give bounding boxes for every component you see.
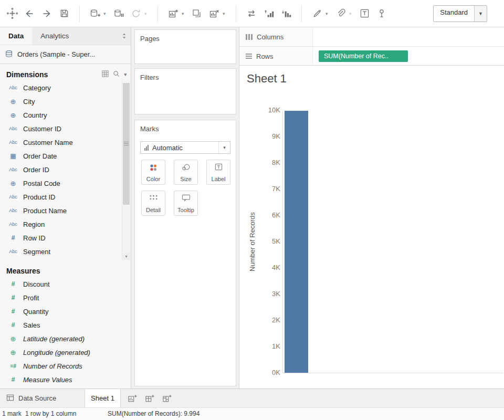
field-label: Quantity: [23, 308, 48, 316]
text-field-icon: [6, 208, 20, 213]
label-button[interactable]: Label: [206, 160, 230, 185]
marks-card[interactable]: Marks Automatic ▾ Color Size Label Detai…: [134, 120, 236, 386]
field-row-region[interactable]: Region: [0, 217, 131, 231]
chevron-down-icon: ▾: [218, 142, 230, 153]
field-row-postal-code[interactable]: Postal Code: [0, 176, 131, 190]
text-field-icon: [6, 222, 20, 227]
view-data-grid-icon[interactable]: [102, 70, 109, 79]
scrollbar-grip-icon: [124, 142, 129, 146]
rows-pill-sum-number-of-records[interactable]: SUM(Number of Rec..: [319, 50, 408, 62]
field-row-order-id[interactable]: Order ID: [0, 163, 131, 176]
fit-dropdown-value: Standard: [434, 6, 474, 22]
field-row-customer-id[interactable]: Customer ID: [0, 122, 131, 135]
tooltip-button[interactable]: Tooltip: [174, 191, 198, 216]
duplicate-sheet-button[interactable]: [190, 5, 204, 22]
chevron-down-icon[interactable]: ▾: [144, 11, 149, 16]
size-button[interactable]: Size: [174, 160, 198, 185]
sheet-canvas[interactable]: Sheet 1 Number of Records 10K 9K 8K 7K 6…: [239, 65, 504, 389]
scrollbar-down-arrow[interactable]: ▾: [122, 253, 130, 260]
pane-control-icon[interactable]: [121, 27, 127, 45]
field-row-product-id[interactable]: Product ID: [0, 190, 131, 204]
detail-icon: [142, 194, 165, 201]
tab-analytics[interactable]: Analytics: [32, 27, 77, 45]
sheet-title[interactable]: Sheet 1: [247, 72, 287, 86]
globe-icon: [6, 98, 20, 106]
paperclip-attach-button[interactable]: [334, 5, 348, 22]
run-auto-updates-button[interactable]: [129, 5, 143, 22]
field-row-country[interactable]: Country: [0, 108, 131, 122]
clear-sheet-button[interactable]: [207, 5, 221, 22]
field-row-order-date[interactable]: Order Date: [0, 149, 131, 163]
globe-icon: [6, 180, 20, 187]
fit-dropdown[interactable]: Standard ▼: [433, 5, 487, 22]
chevron-down-icon[interactable]: ▾: [124, 72, 127, 77]
tooltip-icon: [174, 194, 197, 202]
field-label: Product Name: [23, 207, 67, 215]
new-worksheet-tab-button[interactable]: [125, 391, 140, 406]
rows-shelf[interactable]: Rows SUM(Number of Rec..: [239, 47, 504, 66]
columns-icon: [246, 34, 253, 40]
scrollbar-thumb[interactable]: [123, 83, 130, 205]
field-row-discount[interactable]: Discount: [0, 277, 131, 291]
save-button[interactable]: [57, 5, 71, 22]
new-data-source-button[interactable]: [88, 5, 102, 22]
field-row-number-of-records[interactable]: Number of Records: [0, 359, 131, 373]
field-row-longitude[interactable]: Longitude (generated): [0, 345, 131, 359]
field-row-quantity[interactable]: Quantity: [0, 304, 131, 318]
tab-data-source[interactable]: Data Source: [0, 389, 85, 407]
field-row-row-id[interactable]: Row ID: [0, 231, 131, 245]
field-row-city[interactable]: City: [0, 94, 131, 108]
field-row-profit[interactable]: Profit: [0, 291, 131, 304]
undo-button[interactable]: [23, 5, 36, 22]
new-sheet-buttons: [121, 389, 174, 407]
datasource-item[interactable]: Orders (Sample - Super...: [0, 45, 131, 64]
filters-shelf[interactable]: Filters: [134, 68, 236, 114]
sheet-tabs-bar: Data Source Sheet 1: [0, 388, 504, 407]
size-icon: [174, 163, 197, 171]
field-label: City: [23, 98, 35, 106]
chevron-down-icon[interactable]: ▾: [223, 11, 227, 16]
y-axis-tick: 0K: [255, 369, 280, 376]
field-label: Category: [23, 84, 51, 92]
tab-sheet1[interactable]: Sheet 1: [85, 389, 121, 407]
sort-ascending-button[interactable]: [262, 5, 276, 22]
dimensions-scrollbar[interactable]: ▾: [122, 80, 130, 260]
new-dashboard-tab-button[interactable]: [142, 391, 157, 406]
pages-shelf[interactable]: Pages: [134, 29, 236, 64]
field-row-sales[interactable]: Sales: [0, 318, 131, 332]
detail-button[interactable]: Detail: [141, 191, 165, 216]
new-story-tab-button[interactable]: [160, 391, 174, 406]
field-row-category[interactable]: Category: [0, 81, 131, 94]
bar-mark[interactable]: [285, 111, 308, 373]
highlight-button[interactable]: [310, 5, 324, 22]
pause-auto-updates-button[interactable]: [112, 5, 125, 22]
new-worksheet-button[interactable]: [166, 5, 180, 22]
chevron-down-icon[interactable]: ▾: [103, 11, 108, 16]
field-row-customer-name[interactable]: Customer Name: [0, 135, 131, 149]
field-row-product-name[interactable]: Product Name: [0, 204, 131, 217]
sort-descending-button[interactable]: [279, 5, 293, 22]
main-toolbar: ▾ ▾ ▾ ▾ ▾: [0, 0, 504, 27]
field-row-segment[interactable]: Segment: [0, 245, 131, 258]
color-button[interactable]: Color: [141, 160, 165, 185]
chevron-down-icon[interactable]: ▼: [474, 6, 487, 22]
chevron-down-icon[interactable]: ▾: [349, 11, 354, 16]
data-source-tab-label: Data Source: [18, 394, 56, 402]
redo-button[interactable]: [40, 5, 54, 22]
dimensions-header: Dimensions ▾: [0, 68, 131, 81]
chevron-down-icon[interactable]: ▾: [326, 11, 330, 16]
field-row-latitude[interactable]: Latitude (generated): [0, 332, 131, 345]
y-axis-tick: 5K: [255, 237, 280, 245]
chevron-down-icon[interactable]: ▾: [182, 11, 186, 16]
columns-shelf[interactable]: Columns: [239, 27, 504, 47]
tab-data[interactable]: Data: [0, 27, 32, 45]
field-row-measure-values[interactable]: Measure Values: [0, 373, 131, 386]
fix-axes-pin-button[interactable]: [375, 5, 388, 22]
tableau-app: ▾ ▾ ▾ ▾ ▾: [0, 0, 504, 420]
show-mark-labels-button[interactable]: [358, 5, 371, 22]
search-icon[interactable]: [113, 70, 120, 79]
swap-rows-columns-button[interactable]: [245, 5, 258, 22]
field-label: Latitude (generated): [23, 335, 85, 343]
field-label: Order ID: [23, 166, 49, 174]
mark-type-dropdown[interactable]: Automatic ▾: [140, 141, 230, 154]
